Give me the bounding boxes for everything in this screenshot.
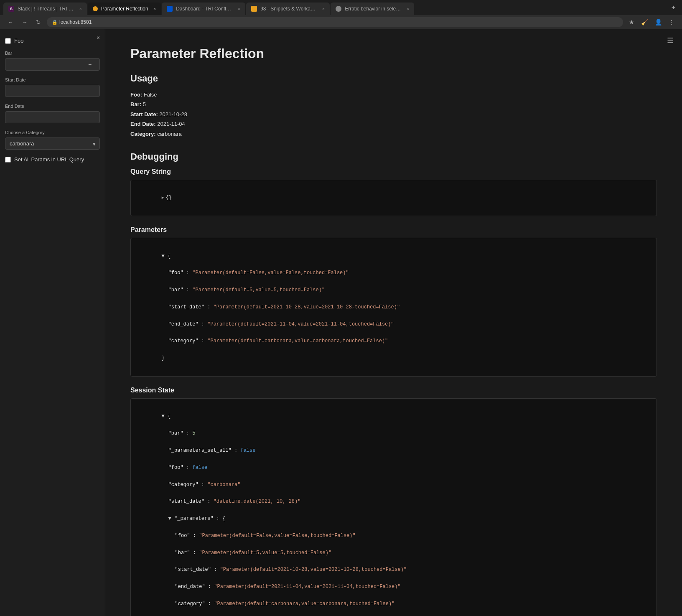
browser-chrome: SSlack | ! Threads | TRI | 15 ne...×Para…	[0, 0, 682, 29]
slack-tab-label: Slack | ! Threads | TRI | 15 ne...	[18, 6, 74, 12]
tab-param-reflection[interactable]: Parameter Reflection×	[88, 3, 161, 15]
main-content: ☰ Parameter Reflection Usage Foo: FalseB…	[105, 29, 682, 616]
debugging-title: Debugging	[130, 151, 657, 162]
usage-field-value: carbonara	[156, 131, 182, 137]
param-reflection-tab-label: Parameter Reflection	[101, 6, 148, 12]
confluence-tab-label: Dashboard - TRI Confluence	[176, 6, 233, 12]
end-date-label: End Date	[5, 104, 100, 109]
erratic-tab-label: Erratic behavior in selectbox w...	[345, 6, 402, 12]
foo-checkbox-row: Foo	[5, 38, 100, 44]
erratic-favicon	[336, 6, 341, 12]
usage-line: Start Date: 2021-10-28	[130, 109, 657, 119]
usage-line: Category: carbonara	[130, 129, 657, 139]
hamburger-button[interactable]: ☰	[667, 36, 674, 45]
profile-button[interactable]: 👤	[652, 18, 664, 26]
start-date-label: Start Date	[5, 77, 100, 82]
url-text: localhost:8501	[59, 19, 92, 25]
app-layout: × Foo Bar 5 − + Start Date 2021/10/28 En…	[0, 29, 682, 616]
collapse-arrow[interactable]: ►	[162, 196, 164, 200]
param-reflection-favicon	[93, 6, 98, 11]
usage-field-value: 2021-10-28	[158, 111, 187, 117]
bookmark-button[interactable]: ★	[626, 18, 637, 26]
parameters-title: Parameters	[130, 226, 657, 234]
usage-line: End Date: 2021-11-04	[130, 119, 657, 129]
usage-field-key: Bar:	[130, 101, 141, 107]
browser-actions: ★ 🧹 👤 ⋮	[626, 18, 677, 26]
session-collapse[interactable]: ▼	[162, 413, 165, 419]
bar-increment-button[interactable]: +	[96, 59, 100, 70]
slack-tab-close[interactable]: ×	[79, 6, 82, 11]
confluence-favicon	[167, 6, 173, 12]
set-all-params-label: Set All Params in URL Query	[14, 156, 84, 163]
tab-snippets[interactable]: 98 - Snippets & Workarounds ...×	[246, 3, 330, 15]
erratic-tab-close[interactable]: ×	[407, 6, 409, 11]
bar-decrement-button[interactable]: −	[84, 59, 96, 70]
session-state-block: ▼ { "bar" : 5 "_parameters_set_all" : fa…	[130, 398, 657, 616]
page-title: Parameter Reflection	[130, 46, 657, 61]
usage-fields: Foo: FalseBar: 5Start Date: 2021-10-28En…	[130, 90, 657, 139]
session-state-title: Session State	[130, 387, 657, 394]
end-date-input[interactable]: 2021/11/04	[5, 111, 100, 123]
reload-button[interactable]: ↻	[33, 18, 43, 26]
foo-checkbox[interactable]	[5, 38, 11, 44]
sidebar-close-button[interactable]: ×	[97, 34, 100, 41]
usage-field-key: Start Date:	[130, 111, 158, 117]
category-field: Choose a Category carbonara pasta pizza …	[5, 130, 100, 150]
bar-input-row: 5 − +	[5, 58, 100, 71]
usage-line: Foo: False	[130, 90, 657, 99]
snippets-favicon	[251, 6, 257, 12]
foo-label: Foo	[14, 38, 23, 44]
set-all-params-row: Set All Params in URL Query	[5, 156, 100, 163]
parameters-collapse[interactable]: ▼	[162, 253, 165, 259]
bar-input[interactable]: 5	[5, 59, 84, 70]
tab-confluence[interactable]: Dashboard - TRI Confluence×	[162, 3, 245, 15]
usage-title: Usage	[130, 73, 657, 84]
usage-field-value: 5	[141, 101, 146, 107]
query-string-value: {}	[166, 195, 172, 201]
usage-line: Bar: 5	[130, 99, 657, 109]
start-date-field: Start Date 2021/10/28	[5, 77, 100, 97]
usage-field-value: 2021-11-04	[156, 121, 185, 127]
end-date-field: End Date 2021/11/04	[5, 104, 100, 123]
tab-slack[interactable]: SSlack | ! Threads | TRI | 15 ne...×	[3, 3, 87, 15]
snippets-tab-label: 98 - Snippets & Workarounds ...	[260, 6, 317, 12]
tab-erratic[interactable]: Erratic behavior in selectbox w...×	[331, 3, 414, 15]
param-reflection-tab-close[interactable]: ×	[153, 6, 156, 11]
usage-field-key: Foo:	[130, 92, 142, 98]
back-button[interactable]: ←	[5, 18, 16, 26]
snippets-tab-close[interactable]: ×	[322, 6, 325, 11]
bar-label: Bar	[5, 51, 100, 56]
category-select[interactable]: carbonara pasta pizza	[5, 137, 100, 150]
new-tab-button[interactable]: +	[668, 4, 679, 11]
slack-favicon: S	[8, 6, 14, 12]
usage-field-key: Category:	[130, 131, 156, 137]
usage-field-key: End Date:	[130, 121, 156, 127]
url-bar: 🔒 localhost:8501	[47, 17, 623, 27]
menu-button[interactable]: ⋮	[666, 18, 677, 26]
bar-field: Bar 5 − +	[5, 51, 100, 71]
set-all-params-checkbox[interactable]	[5, 157, 11, 163]
usage-section: Usage Foo: FalseBar: 5Start Date: 2021-1…	[130, 73, 657, 139]
sidebar: × Foo Bar 5 − + Start Date 2021/10/28 En…	[0, 29, 105, 616]
tab-bar: SSlack | ! Threads | TRI | 15 ne...×Para…	[0, 0, 682, 15]
query-string-block: ►{}	[130, 180, 657, 216]
category-label: Choose a Category	[5, 130, 100, 135]
parameters-block: ▼ { "foo" : "Parameter(default=False,val…	[130, 238, 657, 377]
start-date-input[interactable]: 2021/10/28	[5, 85, 100, 97]
category-select-wrapper: carbonara pasta pizza ▾	[5, 137, 100, 150]
extensions-button[interactable]: 🧹	[639, 18, 651, 26]
debugging-section: Debugging Query String ►{} Parameters ▼ …	[130, 151, 657, 616]
forward-button[interactable]: →	[19, 18, 30, 26]
address-bar: ← → ↻ 🔒 localhost:8501 ★ 🧹 👤 ⋮	[0, 15, 682, 29]
usage-field-value: False	[142, 92, 157, 98]
query-string-title: Query String	[130, 168, 657, 176]
confluence-tab-close[interactable]: ×	[238, 6, 240, 11]
